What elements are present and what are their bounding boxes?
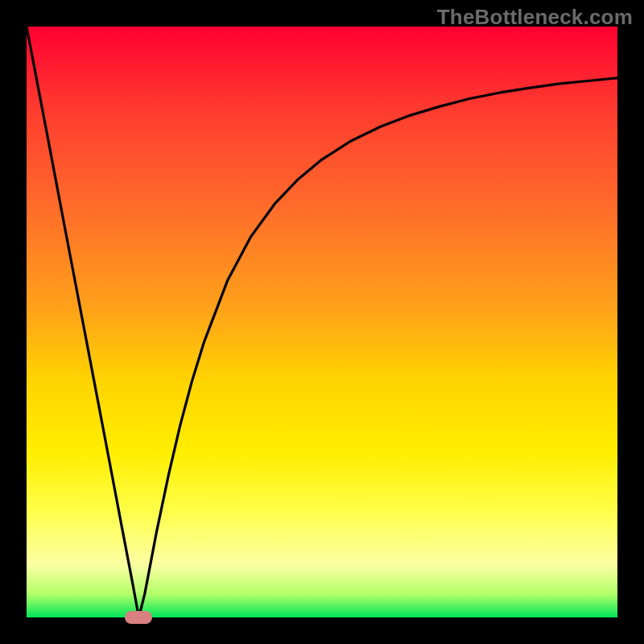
curve-path xyxy=(27,27,617,617)
plot-area xyxy=(27,27,617,617)
bottleneck-curve xyxy=(27,27,617,617)
optimal-marker xyxy=(125,611,152,624)
chart-frame: TheBottleneck.com xyxy=(0,0,644,644)
